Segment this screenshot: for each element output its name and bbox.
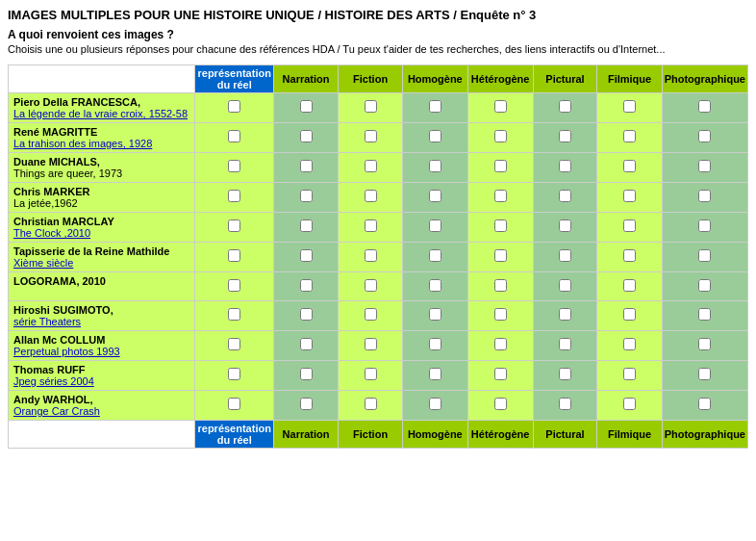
- checkbox[interactable]: [365, 368, 377, 380]
- col-header-filmique: Filmique: [597, 65, 662, 93]
- checkbox[interactable]: [300, 130, 313, 142]
- checkbox[interactable]: [365, 249, 377, 262]
- checkbox[interactable]: [228, 100, 240, 113]
- checkbox[interactable]: [623, 279, 636, 292]
- work-link[interactable]: série Theaters: [13, 316, 81, 327]
- checkbox[interactable]: [559, 130, 571, 142]
- checkbox[interactable]: [494, 368, 507, 380]
- checkbox[interactable]: [429, 368, 441, 380]
- checkbox[interactable]: [494, 219, 507, 232]
- checkbox[interactable]: [623, 100, 636, 113]
- checkbox[interactable]: [623, 368, 636, 380]
- checkbox[interactable]: [698, 160, 711, 172]
- checkbox[interactable]: [698, 190, 711, 202]
- checkbox[interactable]: [300, 219, 313, 232]
- checkbox[interactable]: [698, 308, 711, 321]
- checkbox[interactable]: [623, 249, 636, 262]
- checkbox[interactable]: [429, 190, 441, 202]
- work-link[interactable]: La légende de la vraie croix, 1552-58: [13, 108, 188, 119]
- checkbox[interactable]: [300, 368, 313, 380]
- checkbox[interactable]: [623, 308, 636, 321]
- checkbox[interactable]: [429, 279, 441, 292]
- checkbox[interactable]: [365, 160, 377, 172]
- checkbox[interactable]: [623, 160, 636, 172]
- checkbox[interactable]: [698, 249, 711, 262]
- checkbox[interactable]: [429, 338, 441, 350]
- checkbox[interactable]: [559, 100, 571, 113]
- work-link[interactable]: Perpetual photos 1993: [13, 346, 120, 357]
- checkbox[interactable]: [698, 130, 711, 142]
- checkbox[interactable]: [365, 279, 377, 292]
- checkbox[interactable]: [365, 308, 377, 321]
- checkbox[interactable]: [559, 249, 571, 262]
- checkbox[interactable]: [365, 219, 377, 232]
- checkbox[interactable]: [228, 130, 240, 142]
- work-link[interactable]: Xième siècle: [13, 257, 73, 269]
- checkbox[interactable]: [494, 398, 507, 410]
- checkbox[interactable]: [228, 308, 240, 321]
- checkbox[interactable]: [559, 279, 571, 292]
- checkbox[interactable]: [300, 279, 313, 292]
- checkbox[interactable]: [300, 249, 313, 262]
- checkbox[interactable]: [494, 279, 507, 292]
- work-link[interactable]: The Clock ,2010: [13, 227, 90, 239]
- checkbox[interactable]: [228, 249, 240, 262]
- checkbox[interactable]: [698, 368, 711, 380]
- checkbox[interactable]: [300, 100, 313, 113]
- checkbox[interactable]: [429, 308, 441, 321]
- work-link[interactable]: Jpeg séries 2004: [13, 375, 94, 387]
- checkbox[interactable]: [228, 338, 240, 350]
- checkbox[interactable]: [228, 398, 240, 410]
- checkbox[interactable]: [300, 160, 313, 172]
- checkbox[interactable]: [623, 398, 636, 410]
- checkbox[interactable]: [698, 398, 711, 410]
- checkbox[interactable]: [429, 249, 441, 262]
- checkbox[interactable]: [494, 190, 507, 202]
- checkbox[interactable]: [698, 338, 711, 350]
- checkbox[interactable]: [559, 190, 571, 202]
- checkbox[interactable]: [494, 308, 507, 321]
- checkbox[interactable]: [300, 338, 313, 350]
- checkbox[interactable]: [559, 219, 571, 232]
- checkbox[interactable]: [429, 160, 441, 172]
- checkbox[interactable]: [228, 279, 240, 292]
- checkbox[interactable]: [365, 100, 377, 113]
- checkbox[interactable]: [228, 368, 240, 380]
- checkbox[interactable]: [623, 338, 636, 350]
- checkbox[interactable]: [365, 398, 377, 410]
- checkbox[interactable]: [623, 130, 636, 142]
- checkbox[interactable]: [559, 308, 571, 321]
- checkbox[interactable]: [494, 249, 507, 262]
- checkbox[interactable]: [365, 130, 377, 142]
- checkbox[interactable]: [300, 398, 313, 410]
- checkbox[interactable]: [698, 100, 711, 113]
- checkbox[interactable]: [559, 368, 571, 380]
- checkbox[interactable]: [623, 190, 636, 202]
- checkbox[interactable]: [698, 219, 711, 232]
- checkbox[interactable]: [494, 100, 507, 113]
- checkbox[interactable]: [300, 308, 313, 321]
- checkbox[interactable]: [559, 160, 571, 172]
- checkbox[interactable]: [698, 279, 711, 292]
- checkbox[interactable]: [494, 130, 507, 142]
- checkbox[interactable]: [429, 130, 441, 142]
- row-label: LOGORAMA, 2010: [9, 272, 195, 301]
- checkbox[interactable]: [494, 160, 507, 172]
- checkbox[interactable]: [300, 190, 313, 202]
- checkbox[interactable]: [623, 219, 636, 232]
- checkbox[interactable]: [494, 338, 507, 350]
- checkbox[interactable]: [365, 338, 377, 350]
- work-link[interactable]: Orange Car Crash: [13, 405, 100, 417]
- checkbox[interactable]: [429, 219, 441, 232]
- checkbox[interactable]: [429, 398, 441, 410]
- checkbox[interactable]: [559, 398, 571, 410]
- checkbox[interactable]: [365, 190, 377, 202]
- checkbox[interactable]: [228, 219, 240, 232]
- checkbox-cell: [597, 243, 662, 272]
- checkbox[interactable]: [559, 338, 571, 350]
- work-link[interactable]: La trahison des images, 1928: [13, 138, 152, 149]
- checkbox[interactable]: [228, 190, 240, 202]
- checkbox[interactable]: [429, 100, 441, 113]
- checkbox[interactable]: [228, 160, 240, 172]
- checkbox-cell: [597, 361, 662, 391]
